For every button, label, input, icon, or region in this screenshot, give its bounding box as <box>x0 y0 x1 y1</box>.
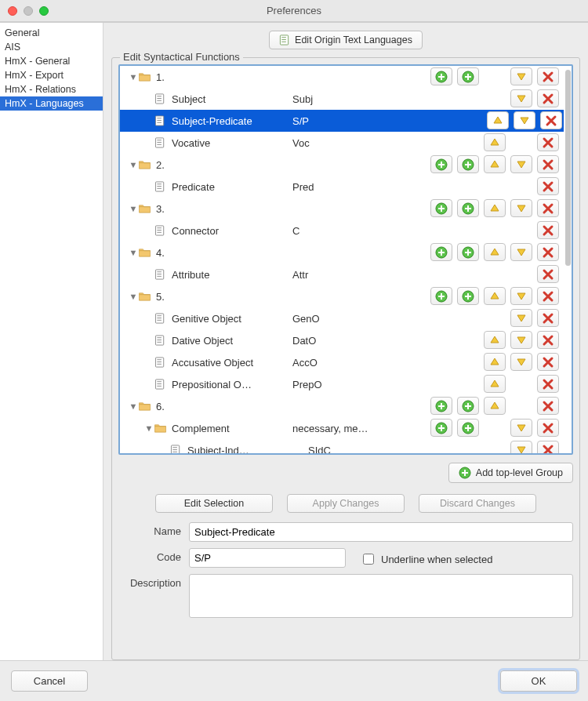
add-button[interactable] <box>430 199 452 217</box>
delete-button[interactable] <box>537 265 559 283</box>
tree-row[interactable]: AttributeAttr <box>120 263 564 285</box>
add-button[interactable] <box>457 243 479 261</box>
delete-button[interactable] <box>540 111 562 129</box>
move-down-button[interactable] <box>510 89 532 107</box>
sidebar-item-hmx-relations[interactable]: HmX - Relations <box>0 82 103 96</box>
delete-button[interactable] <box>537 67 559 85</box>
add-top-level-group-button[interactable]: Add top-level Group <box>448 463 573 483</box>
tree-row[interactable]: VocativeVoc <box>120 132 564 154</box>
disclosure-triangle[interactable]: ▼ <box>143 423 154 433</box>
tree-row[interactable]: ▼5. <box>120 285 564 307</box>
row-label: Dative Object <box>172 335 292 347</box>
apply-changes-button[interactable]: Apply Changes <box>287 494 405 513</box>
add-button[interactable] <box>457 419 479 437</box>
move-up-button[interactable] <box>484 397 506 415</box>
edit-origin-languages-button[interactable]: Edit Origin Text Languages <box>269 31 423 49</box>
move-up-button[interactable] <box>484 243 506 261</box>
move-down-button[interactable] <box>510 243 532 261</box>
disclosure-triangle[interactable]: ▼ <box>128 401 139 411</box>
tree-row[interactable]: Prepositional O…PrepO <box>120 373 564 395</box>
cancel-button[interactable]: Cancel <box>11 670 88 692</box>
disclosure-triangle[interactable]: ▼ <box>128 72 139 82</box>
tree-row[interactable]: ▼1. <box>120 66 564 88</box>
sidebar-item-ais[interactable]: AIS <box>0 40 103 54</box>
disclosure-triangle[interactable]: ▼ <box>128 292 139 301</box>
sidebar-item-hmx-languages[interactable]: HmX - Languages <box>0 96 103 111</box>
delete-button[interactable] <box>537 375 559 393</box>
underline-checkbox-input[interactable] <box>363 554 374 565</box>
delete-button[interactable] <box>537 309 559 327</box>
move-down-button[interactable] <box>510 353 532 371</box>
delete-button[interactable] <box>537 353 559 371</box>
sidebar-item-hmx-general[interactable]: HmX - General <box>0 54 103 68</box>
name-field[interactable] <box>189 522 573 542</box>
discard-changes-button[interactable]: Discard Changes <box>419 494 536 513</box>
move-up-button[interactable] <box>484 155 506 173</box>
tree-row[interactable]: ▼3. <box>120 198 564 220</box>
add-button[interactable] <box>430 155 452 173</box>
tree-row[interactable]: Subject-Ind…SIdC <box>120 439 564 453</box>
tree-row[interactable]: Genitive ObjectGenO <box>120 307 564 329</box>
tree-row[interactable]: ConnectorC <box>120 220 564 242</box>
delete-button[interactable] <box>537 155 559 173</box>
move-up-button[interactable] <box>484 331 506 349</box>
tree-row[interactable]: Accusative ObjectAccO <box>120 351 564 373</box>
ok-button[interactable]: OK <box>500 670 577 692</box>
move-down-button[interactable] <box>510 287 532 305</box>
add-button[interactable] <box>430 419 452 437</box>
delete-button[interactable] <box>537 89 559 107</box>
add-button[interactable] <box>457 397 479 415</box>
tree-row[interactable]: ▼6. <box>120 395 564 417</box>
move-up-button[interactable] <box>487 111 509 129</box>
add-button[interactable] <box>457 67 479 85</box>
tree-row[interactable]: ▼4. <box>120 242 564 263</box>
add-button[interactable] <box>430 397 452 415</box>
disclosure-triangle[interactable]: ▼ <box>128 248 139 257</box>
move-down-button[interactable] <box>510 67 532 85</box>
description-field[interactable] <box>189 574 573 618</box>
underline-checkbox[interactable]: Underline when selected <box>360 548 492 567</box>
sidebar-item-general[interactable]: General <box>0 26 103 40</box>
add-button[interactable] <box>430 67 452 85</box>
sidebar-item-hmx-export[interactable]: HmX - Export <box>0 68 103 82</box>
add-button[interactable] <box>457 287 479 305</box>
delete-button[interactable] <box>537 287 559 305</box>
delete-button[interactable] <box>537 397 559 415</box>
move-up-button[interactable] <box>484 199 506 217</box>
functions-tree[interactable]: ▼1.SubjectSubjSubject-PredicateS/PVocati… <box>118 64 573 455</box>
move-down-button[interactable] <box>510 309 532 327</box>
delete-button[interactable] <box>537 199 559 217</box>
delete-button[interactable] <box>537 331 559 349</box>
delete-button[interactable] <box>537 419 559 437</box>
tree-row[interactable]: Dative ObjectDatO <box>120 329 564 351</box>
add-button[interactable] <box>430 287 452 305</box>
move-down-button[interactable] <box>510 331 532 349</box>
move-down-button[interactable] <box>510 441 532 453</box>
tree-row[interactable]: Subject-PredicateS/P <box>120 110 564 132</box>
delete-button[interactable] <box>537 221 559 239</box>
add-button[interactable] <box>457 199 479 217</box>
move-up-button[interactable] <box>484 353 506 371</box>
edit-selection-button[interactable]: Edit Selection <box>155 494 273 513</box>
code-field[interactable] <box>189 548 346 568</box>
delete-button[interactable] <box>537 243 559 261</box>
move-up-button[interactable] <box>484 375 506 393</box>
move-down-button[interactable] <box>510 199 532 217</box>
add-button[interactable] <box>430 243 452 261</box>
delete-button[interactable] <box>537 441 559 453</box>
move-up-button[interactable] <box>484 133 506 151</box>
disclosure-triangle[interactable]: ▼ <box>128 160 139 169</box>
tree-row[interactable]: PredicatePred <box>120 176 564 198</box>
tree-row[interactable]: SubjectSubj <box>120 88 564 110</box>
move-down-button[interactable] <box>510 155 532 173</box>
tree-row[interactable]: ▼Complementnecessary, mea… <box>120 417 564 439</box>
disclosure-triangle[interactable]: ▼ <box>128 204 139 213</box>
delete-button[interactable] <box>537 177 559 195</box>
scrollbar[interactable] <box>565 70 571 266</box>
move-up-button[interactable] <box>484 287 506 305</box>
add-button[interactable] <box>457 155 479 173</box>
tree-row[interactable]: ▼2. <box>120 154 564 176</box>
move-down-button[interactable] <box>514 111 535 129</box>
move-down-button[interactable] <box>510 419 532 437</box>
delete-button[interactable] <box>537 133 559 151</box>
